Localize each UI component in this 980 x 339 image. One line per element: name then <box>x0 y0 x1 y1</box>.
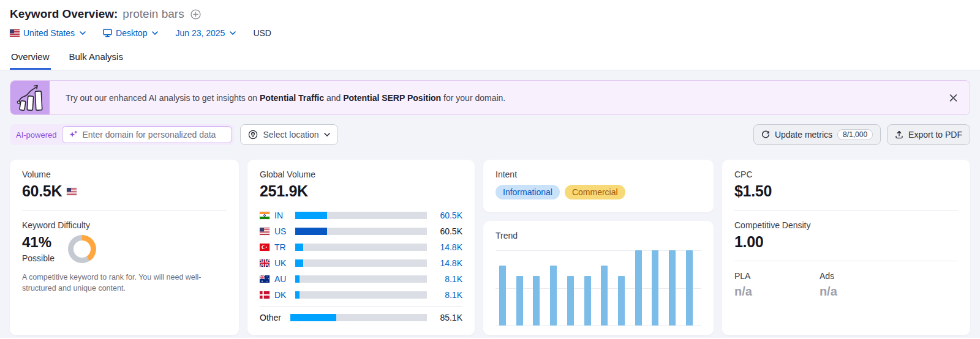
export-icon <box>895 130 903 139</box>
cpc-value: $1.50 <box>734 182 958 200</box>
intent-badge-commercial[interactable]: Commercial <box>565 185 625 199</box>
trend-bar <box>686 250 693 326</box>
update-metrics-label: Update metrics <box>775 130 832 140</box>
us-flag-icon <box>260 228 270 235</box>
country-code-link[interactable]: AU <box>274 274 290 284</box>
us-flag-icon <box>10 29 20 37</box>
intent-badges: InformationalCommercial <box>496 185 701 199</box>
tr-flag-icon <box>260 244 270 251</box>
dk-flag-icon <box>260 291 270 299</box>
page-keyword: protein bars <box>123 7 184 21</box>
export-pdf-button[interactable]: Export to PDF <box>887 124 970 145</box>
global-volume-row: IN60.5K <box>260 207 462 223</box>
add-keyword-icon[interactable] <box>190 9 201 20</box>
other-value: 85.1K <box>432 313 462 322</box>
country-selector[interactable]: United States <box>10 28 86 38</box>
difficulty-level: Possible <box>22 253 55 263</box>
country-volume-value[interactable]: 8.1K <box>432 274 462 284</box>
chart-doodle-icon <box>10 81 50 114</box>
country-volume-value[interactable]: 14.8K <box>432 258 462 268</box>
global-volume-row: TR14.8K <box>260 239 462 255</box>
difficulty-donut <box>68 235 96 263</box>
global-volume-row: AU8.1K <box>260 271 462 287</box>
date-selector[interactable]: Jun 23, 2025 <box>175 28 236 38</box>
desktop-icon <box>103 29 112 37</box>
cpc-label: CPC <box>734 170 958 179</box>
au-flag-icon <box>260 275 270 283</box>
chevron-down-icon <box>324 133 330 136</box>
intent-badge-informational[interactable]: Informational <box>496 185 560 199</box>
in-flag-icon <box>260 212 270 219</box>
metric-cards: Volume 60.5K Keyword Difficulty 41% Poss… <box>10 160 970 327</box>
country-code-link[interactable]: US <box>274 226 290 236</box>
volume-bar <box>290 314 427 321</box>
country-code-link[interactable]: UK <box>274 258 290 268</box>
trend-label: Trend <box>496 231 701 240</box>
currency-label: USD <box>253 28 271 38</box>
close-icon[interactable] <box>949 94 957 102</box>
global-volume-rows: IN60.5KUS60.5KTR14.8KUK14.8KAU8.1KDK8.1K <box>260 207 462 303</box>
country-code-link[interactable]: DK <box>274 290 290 300</box>
trend-bar <box>601 266 608 326</box>
tabs-row: OverviewBulk Analysis <box>0 48 980 70</box>
competitive-density-value: 1.00 <box>734 233 958 251</box>
global-volume-value: 251.9K <box>260 182 462 200</box>
tab-bulk-analysis[interactable]: Bulk Analysis <box>68 48 124 70</box>
ads-value: n/a <box>820 285 837 299</box>
refresh-icon <box>761 130 770 139</box>
global-volume-label: Global Volume <box>260 170 462 179</box>
country-selector-label: United States <box>23 28 75 38</box>
update-metrics-button[interactable]: Update metrics 8/1,000 <box>753 124 881 145</box>
country-code-link[interactable]: TR <box>274 242 290 252</box>
pla-label: PLA <box>734 271 752 281</box>
trend-bar <box>516 276 523 326</box>
page-header: Keyword Overview: protein bars United St… <box>0 0 980 70</box>
volume-difficulty-card: Volume 60.5K Keyword Difficulty 41% Poss… <box>10 160 239 335</box>
trend-bar <box>618 276 625 326</box>
trend-bar <box>499 266 506 326</box>
volume-value: 60.5K <box>22 182 227 200</box>
banner-message: Try out our enhanced AI analysis to get … <box>66 93 505 103</box>
domain-input[interactable] <box>82 130 225 140</box>
page-title: Keyword Overview: <box>10 7 118 21</box>
chevron-down-icon <box>230 31 236 35</box>
trend-bar <box>652 250 658 326</box>
other-bar-fill <box>290 314 336 321</box>
sparkle-icon <box>69 130 78 140</box>
global-volume-other-row: Other 85.1K <box>260 310 462 326</box>
cpc-card: CPC $1.50 Competitive Density 1.00 PLA n… <box>722 160 970 335</box>
country-volume-value[interactable]: 8.1K <box>432 290 462 300</box>
volume-bar <box>295 228 427 235</box>
chevron-down-icon <box>152 31 158 35</box>
volume-bar <box>295 291 427 299</box>
location-pin-icon <box>248 130 258 140</box>
trend-bar <box>669 250 676 326</box>
select-location-button[interactable]: Select location <box>240 124 337 145</box>
toolbar: AI-powered Select location Update metric… <box>10 124 970 145</box>
global-volume-row: US60.5K <box>260 223 462 239</box>
intent-card: Intent InformationalCommercial <box>483 160 714 212</box>
tab-overview[interactable]: Overview <box>10 48 51 70</box>
trend-bars <box>499 250 693 326</box>
country-code-link[interactable]: IN <box>274 210 290 220</box>
country-volume-value[interactable]: 14.8K <box>432 242 462 252</box>
ai-analysis-banner: Try out our enhanced AI analysis to get … <box>10 80 970 115</box>
content-area: Try out our enhanced AI analysis to get … <box>0 70 980 338</box>
global-volume-row: DK8.1K <box>260 287 462 303</box>
title-row: Keyword Overview: protein bars <box>10 7 970 21</box>
export-pdf-label: Export to PDF <box>908 130 962 140</box>
volume-bar <box>295 275 427 283</box>
volume-bar <box>295 259 427 267</box>
device-selector-label: Desktop <box>116 28 147 38</box>
metrics-quota-badge: 8/1,000 <box>837 129 873 140</box>
volume-bar <box>295 244 427 251</box>
ads-label: Ads <box>820 271 837 281</box>
filters-row: United States Desktop Jun 23, 2025 USD <box>10 28 970 38</box>
volume-label: Volume <box>22 170 227 179</box>
country-volume-value[interactable]: 60.5K <box>432 210 462 220</box>
device-selector[interactable]: Desktop <box>103 28 158 38</box>
volume-bar <box>295 212 427 219</box>
trend-chart <box>496 250 701 326</box>
difficulty-description: A competitive keyword to rank for. You w… <box>22 272 206 294</box>
domain-input-box[interactable] <box>62 126 232 143</box>
